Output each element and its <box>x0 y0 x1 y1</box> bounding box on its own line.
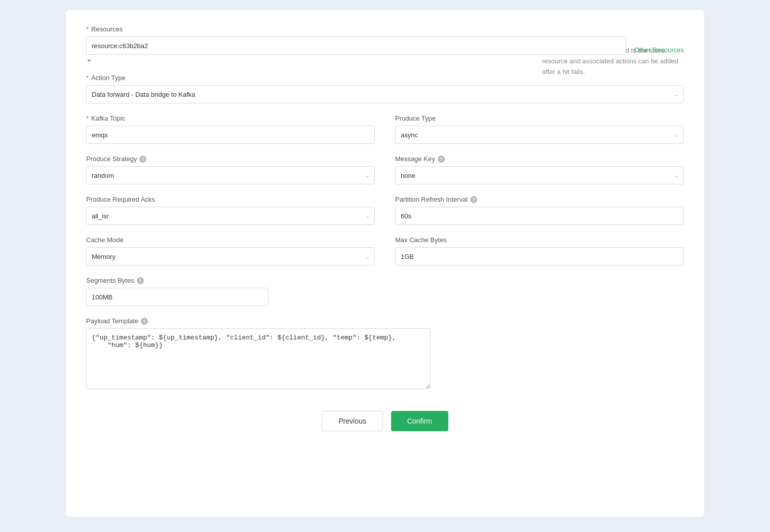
produce-acks-label: Produce Required Acks <box>86 196 375 203</box>
strategy-messagekey-row: Produce Strategy ? random key_dispatch ⌄… <box>86 155 684 184</box>
produce-type-select-wrapper: async sync ⌄ <box>395 126 684 144</box>
produce-strategy-col: Produce Strategy ? random key_dispatch ⌄ <box>86 155 375 184</box>
resource-row-wrapper: resource:c63b2ba2 ⌄ Other Resources <box>86 36 684 63</box>
cache-row: Cache Mode Memory Disk Memory+Disk ⌄ Max… <box>86 236 684 265</box>
payload-template-label: Payload Template ? <box>86 317 684 325</box>
previous-button[interactable]: Previous <box>322 411 382 431</box>
message-key-select[interactable]: none key <box>395 166 684 184</box>
message-key-col: Message Key ? none key ⌄ <box>395 155 684 184</box>
resources-row: * Resources resource:c63b2ba2 ⌄ Other Re… <box>86 25 684 63</box>
segments-bytes-row: Segments Bytes ? <box>86 277 268 306</box>
action-type-row: * Action Type Data forward - Data bridge… <box>86 74 684 103</box>
payload-template-help-icon[interactable]: ? <box>141 318 148 325</box>
kafka-topic-col: * Kafka Topic <box>86 115 375 144</box>
cache-mode-label: Cache Mode <box>86 236 375 244</box>
produce-acks-select-wrapper: all_isr 0 1 -1 ⌄ <box>86 207 375 225</box>
segments-bytes-input[interactable] <box>86 288 268 306</box>
action-type-select[interactable]: Data forward - Data bridge to Kafka <box>86 85 684 103</box>
confirm-button[interactable]: Confirm <box>391 411 448 431</box>
produce-acks-select[interactable]: all_isr 0 1 -1 <box>86 207 375 225</box>
segments-bytes-help-icon[interactable]: ? <box>137 277 144 284</box>
cache-mode-select-wrapper: Memory Disk Memory+Disk ⌄ <box>86 247 375 265</box>
produce-acks-col: Produce Required Acks all_isr 0 1 -1 ⌄ <box>86 196 375 225</box>
produce-strategy-select[interactable]: random key_dispatch <box>86 166 375 184</box>
max-cache-bytes-label: Max Cache Bytes <box>395 236 684 244</box>
kafka-topic-label: * Kafka Topic <box>86 115 375 122</box>
action-bar: Previous Confirm <box>86 411 684 431</box>
partition-refresh-help-icon[interactable]: ? <box>470 196 477 203</box>
produce-type-select[interactable]: async sync <box>395 126 684 144</box>
partition-refresh-input[interactable] <box>395 207 684 225</box>
produce-strategy-select-wrapper: random key_dispatch ⌄ <box>86 166 375 184</box>
action-type-select-wrapper: Data forward - Data bridge to Kafka ⌄ <box>86 85 684 103</box>
resource-select-wrapper: resource:c63b2ba2 ⌄ <box>86 36 626 63</box>
resource-select[interactable]: resource:c63b2ba2 <box>86 36 626 55</box>
produce-type-label: Produce Type <box>395 115 684 122</box>
max-cache-bytes-input[interactable] <box>395 247 684 265</box>
message-key-label: Message Key ? <box>395 155 684 163</box>
message-key-select-wrapper: none key ⌄ <box>395 166 684 184</box>
kafka-topic-input[interactable] <box>86 126 375 144</box>
produce-strategy-label: Produce Strategy ? <box>86 155 375 163</box>
form-container: Multiple actions can be added to the sam… <box>66 10 704 517</box>
max-cache-bytes-col: Max Cache Bytes <box>395 236 684 265</box>
cache-mode-col: Cache Mode Memory Disk Memory+Disk ⌄ <box>86 236 375 265</box>
payload-template-textarea[interactable]: {"up_timestamp": ${up_timestamp}, "clien… <box>86 328 431 389</box>
resources-label: * Resources <box>86 25 684 33</box>
segments-bytes-label: Segments Bytes ? <box>86 277 268 284</box>
message-key-help-icon[interactable]: ? <box>438 156 445 163</box>
produce-type-col: Produce Type async sync ⌄ <box>395 115 684 144</box>
resource-chevron-icon: ⌄ <box>86 55 92 63</box>
payload-template-row: Payload Template ? {"up_timestamp": ${up… <box>86 317 684 391</box>
cache-mode-select[interactable]: Memory Disk Memory+Disk <box>86 247 375 265</box>
partition-refresh-col: Partition Refresh Interval ? <box>395 196 684 225</box>
acks-partition-row: Produce Required Acks all_isr 0 1 -1 ⌄ P… <box>86 196 684 225</box>
partition-refresh-label: Partition Refresh Interval ? <box>395 196 684 203</box>
kafka-produce-row: * Kafka Topic Produce Type async sync ⌄ <box>86 115 684 144</box>
produce-strategy-help-icon[interactable]: ? <box>139 156 146 163</box>
